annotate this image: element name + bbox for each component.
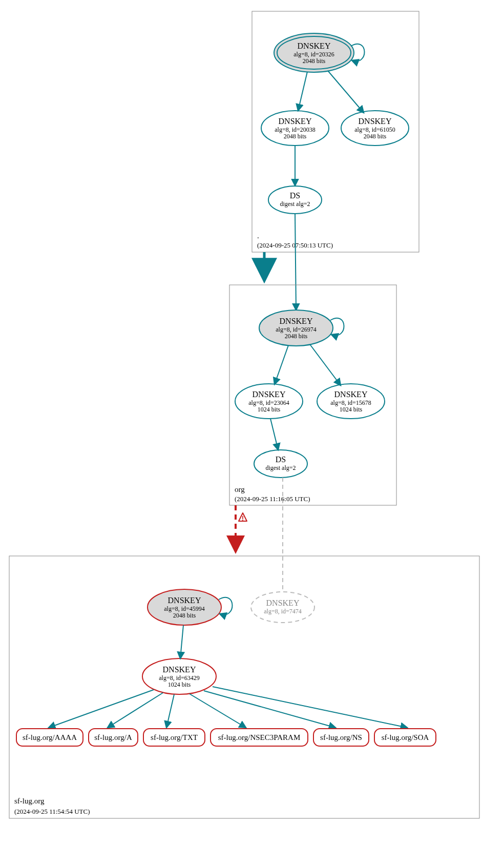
svg-text:DNSKEY: DNSKEY <box>280 317 313 325</box>
svg-point-13 <box>268 186 322 214</box>
svg-text:DNSKEY: DNSKEY <box>334 390 368 399</box>
rrset-aaaa: sf-lug.org/AAAA <box>16 729 83 746</box>
svg-text:DNSKEY: DNSKEY <box>298 42 331 50</box>
svg-text:DS: DS <box>290 191 300 200</box>
svg-text:1024 bits: 1024 bits <box>258 406 281 413</box>
node-root-zsk2: DNSKEY alg=8, id=61050 2048 bits <box>341 111 409 146</box>
svg-point-28 <box>254 450 307 478</box>
rrset-txt: sf-lug.org/TXT <box>143 729 205 746</box>
node-root-zsk1: DNSKEY alg=8, id=20038 2048 bits <box>261 111 329 146</box>
svg-text:digest alg=2: digest alg=2 <box>280 200 310 208</box>
svg-text:DNSKEY: DNSKEY <box>253 390 286 399</box>
warning-icon: ! <box>239 513 247 522</box>
zone-root-label: . <box>257 232 259 240</box>
svg-text:1024 bits: 1024 bits <box>168 681 191 688</box>
node-sflug-ghost: DNSKEY alg=8, id=7474 <box>251 592 314 623</box>
svg-text:alg=8, id=20038: alg=8, id=20038 <box>275 126 316 133</box>
svg-text:DNSKEY: DNSKEY <box>266 599 300 607</box>
svg-text:DNSKEY: DNSKEY <box>163 665 196 674</box>
node-sflug-ksk: DNSKEY alg=8, id=45994 2048 bits <box>148 589 221 625</box>
svg-text:digest alg=2: digest alg=2 <box>265 464 296 471</box>
rrset-nsec3param: sf-lug.org/NSEC3PARAM <box>211 729 308 746</box>
zone-sflug-label: sf-lug.org <box>14 797 45 805</box>
node-root-ksk: DNSKEY alg=8, id=20326 2048 bits <box>274 33 354 72</box>
svg-text:2048 bits: 2048 bits <box>173 612 196 619</box>
svg-text:alg=8, id=26974: alg=8, id=26974 <box>276 326 317 333</box>
svg-text:sf-lug.org/NS: sf-lug.org/NS <box>320 733 362 741</box>
svg-text:2048 bits: 2048 bits <box>285 333 308 340</box>
svg-text:sf-lug.org/SOA: sf-lug.org/SOA <box>382 733 429 741</box>
rrset-a: sf-lug.org/A <box>89 729 138 746</box>
node-org-ksk: DNSKEY alg=8, id=26974 2048 bits <box>259 310 333 346</box>
edge-zsk-soa <box>213 687 407 728</box>
zone-org-timestamp: (2024-09-25 11:16:05 UTC) <box>235 495 310 503</box>
rrset-soa: sf-lug.org/SOA <box>374 729 436 746</box>
svg-text:sf-lug.org/A: sf-lug.org/A <box>94 733 132 741</box>
svg-text:!: ! <box>242 514 244 522</box>
edge-zsk-ns <box>204 691 335 728</box>
svg-text:2048 bits: 2048 bits <box>284 133 307 140</box>
dnssec-chain-diagram: . (2024-09-25 07:50:13 UTC) DNSKEY alg=8… <box>0 0 504 866</box>
zone-sflug-timestamp: (2024-09-25 11:54:54 UTC) <box>14 808 90 815</box>
svg-text:sf-lug.org/AAAA: sf-lug.org/AAAA <box>23 733 77 741</box>
node-root-ds: DS digest alg=2 <box>268 186 322 214</box>
zone-sflug-box <box>9 556 479 818</box>
edge-org-zsk1-ds <box>270 419 278 450</box>
svg-text:alg=8, id=7474: alg=8, id=7474 <box>264 608 302 615</box>
svg-text:sf-lug.org/TXT: sf-lug.org/TXT <box>151 733 198 741</box>
edge-zsk-nsec3 <box>190 694 246 728</box>
edge-root-ksk-zsk1 <box>298 72 307 111</box>
svg-text:alg=8, id=63429: alg=8, id=63429 <box>159 674 200 682</box>
svg-text:alg=8, id=15678: alg=8, id=15678 <box>330 399 371 406</box>
svg-text:1024 bits: 1024 bits <box>340 406 363 413</box>
rrset-ns: sf-lug.org/NS <box>313 729 369 746</box>
edge-root-ksk-zsk2 <box>328 71 364 113</box>
svg-text:DNSKEY: DNSKEY <box>168 596 201 605</box>
svg-text:DNSKEY: DNSKEY <box>279 117 312 126</box>
edge-sflug-ksk-zsk <box>180 625 183 658</box>
edge-zsk-a <box>108 693 163 728</box>
svg-point-36 <box>251 592 314 623</box>
svg-text:alg=8, id=23064: alg=8, id=23064 <box>248 399 289 406</box>
svg-text:alg=8, id=45994: alg=8, id=45994 <box>164 605 205 612</box>
node-org-ds: DS digest alg=2 <box>254 450 307 478</box>
svg-text:alg=8, id=61050: alg=8, id=61050 <box>354 126 395 133</box>
svg-text:DS: DS <box>276 455 286 464</box>
svg-text:DNSKEY: DNSKEY <box>359 117 392 126</box>
edge-org-ksk-zsk2 <box>310 344 341 385</box>
node-sflug-zsk: DNSKEY alg=8, id=63429 1024 bits <box>142 658 216 694</box>
svg-text:2048 bits: 2048 bits <box>364 133 387 140</box>
svg-text:2048 bits: 2048 bits <box>303 57 326 65</box>
svg-text:sf-lug.org/NSEC3PARAM: sf-lug.org/NSEC3PARAM <box>218 733 300 741</box>
node-org-zsk2: DNSKEY alg=8, id=15678 1024 bits <box>317 384 385 419</box>
node-org-zsk1: DNSKEY alg=8, id=23064 1024 bits <box>235 384 303 419</box>
edge-zsk-txt <box>166 694 174 728</box>
svg-text:alg=8, id=20326: alg=8, id=20326 <box>293 51 334 58</box>
zone-org-label: org <box>235 485 245 493</box>
edge-ds-to-org-ksk <box>295 214 296 310</box>
edge-org-ksk-zsk1 <box>275 345 288 384</box>
